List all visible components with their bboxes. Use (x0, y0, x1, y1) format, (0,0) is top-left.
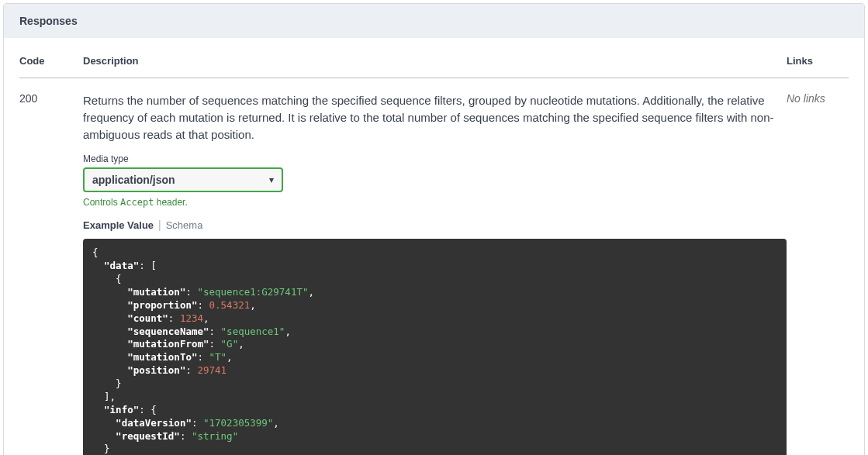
tab-schema[interactable]: Schema (166, 219, 203, 231)
col-description: Description (83, 46, 787, 78)
col-code: Code (19, 46, 83, 78)
response-description: Returns the number of sequences matching… (83, 92, 787, 143)
responses-panel: Responses Code Description Links 200 Ret… (3, 3, 865, 455)
responses-header: Responses (4, 4, 864, 38)
media-type-select[interactable]: application/json (83, 167, 283, 192)
media-type-select-wrap: application/json ▾ (83, 167, 283, 192)
col-links: Links (787, 46, 849, 78)
responses-table: Code Description Links 200 Returns the n… (19, 46, 849, 455)
tab-separator: | (158, 219, 161, 231)
response-row: 200 Returns the number of sequences matc… (19, 78, 849, 456)
tab-example-value[interactable]: Example Value (83, 219, 154, 231)
responses-body: Code Description Links 200 Returns the n… (4, 38, 864, 455)
responses-title: Responses (19, 15, 849, 27)
response-links: No links (787, 78, 849, 456)
response-code: 200 (19, 78, 83, 456)
response-tabs: Example Value|Schema (83, 219, 787, 231)
accept-hint: Controls Accept header. (83, 197, 787, 208)
response-description-cell: Returns the number of sequences matching… (83, 78, 787, 456)
example-json[interactable]: { "data": [ { "mutation": "sequence1:G29… (83, 239, 787, 455)
media-type-label: Media type (83, 153, 787, 164)
